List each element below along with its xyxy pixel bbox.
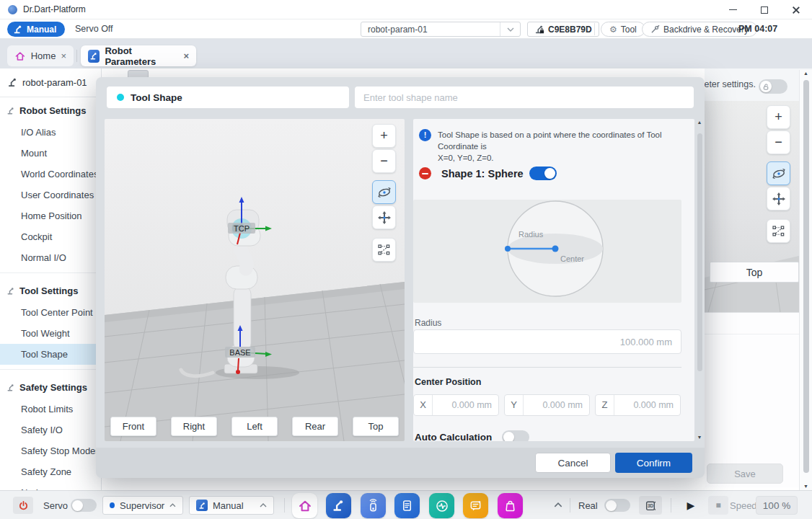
scroll-up-icon[interactable]: ▲ (697, 119, 702, 126)
stop-icon: ■ (715, 500, 720, 510)
radius-input[interactable] (413, 329, 681, 354)
sidebar-item-mount[interactable]: Mount (0, 143, 101, 164)
toggle-knob (503, 432, 514, 441)
sidebar-item-tool-weight[interactable]: Tool Weight (0, 323, 101, 344)
view-rear-button[interactable]: Rear (292, 417, 338, 436)
zoom-in-button[interactable]: + (767, 105, 790, 129)
sidebar-param-header[interactable]: robot-param-01 (0, 68, 101, 97)
close-button[interactable] (780, 0, 812, 19)
page-scrollbar[interactable]: ▲ ▼ (799, 70, 812, 490)
app-monitoring-icon[interactable] (429, 493, 454, 518)
speed-value[interactable]: 100 % (756, 496, 798, 515)
sidebar-item-safety-io[interactable]: Safety I/O (0, 420, 101, 440)
app-robot-parameters-icon[interactable] (326, 493, 351, 518)
real-toggle[interactable] (604, 499, 630, 512)
app-task-editor-icon[interactable] (394, 493, 420, 518)
tcp-label: TCP (234, 224, 250, 233)
scrollbar-thumb[interactable] (803, 80, 809, 473)
remove-shape-icon[interactable] (419, 167, 431, 179)
center-y-input[interactable] (524, 400, 589, 410)
view-right-button[interactable]: Right (171, 417, 217, 436)
app-home-icon[interactable] (292, 493, 317, 518)
section-safety-settings[interactable]: Safety Settings (0, 374, 101, 399)
sidebar-item-safety-zone[interactable]: Safety Zone (0, 461, 101, 482)
cancel-button[interactable]: Cancel (535, 453, 611, 473)
pan-button[interactable] (767, 187, 790, 210)
zoom-out-button[interactable]: − (767, 130, 790, 154)
robot-scene: BASE TCP (105, 119, 405, 441)
tab-robot-parameters[interactable]: Robot Parameters × (81, 45, 196, 66)
robot-3d-viewer[interactable]: BASE TCP + − (105, 119, 405, 441)
center-x-field[interactable]: X (413, 394, 499, 416)
section-robot-settings[interactable]: Robot Settings (0, 97, 101, 122)
role-select[interactable]: Supervisor (102, 496, 183, 515)
maximize-button[interactable] (749, 0, 780, 19)
tab-robot-parameters-close-icon[interactable]: × (183, 51, 189, 61)
tool-button-label: Tool (621, 25, 637, 35)
center-y-field[interactable]: Y (504, 394, 590, 416)
unlock-icon (760, 81, 772, 92)
sidebar-item-tool-center-point[interactable]: Tool Center Point (0, 302, 101, 323)
sidebar-item-cockpit[interactable]: Cockpit (0, 226, 101, 247)
stop-button[interactable]: ■ (708, 496, 728, 515)
param-file-value: robot-param-01 (361, 25, 500, 35)
param-file-select[interactable]: robot-param-01 (361, 22, 521, 37)
orbit-button[interactable] (372, 180, 396, 204)
sidebar-item-normal-io[interactable]: Normal I/O (0, 247, 101, 268)
section-tool-settings[interactable]: Tool Settings (0, 278, 101, 302)
sidebar-item-user-coordinates[interactable]: User Coordinates (0, 185, 101, 205)
measure-button[interactable] (767, 219, 790, 243)
tab-home[interactable]: Home × (7, 45, 74, 66)
panel-scrollbar[interactable]: ▲ ▼ (694, 119, 705, 441)
measure-button[interactable] (372, 238, 396, 262)
close-icon (792, 6, 800, 14)
sidebar-item-io-alias[interactable]: I/O Alias (0, 122, 101, 143)
view-front-button[interactable]: Front (110, 417, 156, 436)
mode-select[interactable]: Manual (189, 496, 274, 515)
app-jog-icon[interactable] (361, 493, 386, 518)
sidebar-item-robot-limits[interactable]: Robot Limits (0, 399, 101, 420)
pan-button[interactable] (372, 205, 396, 229)
shape-enabled-toggle[interactable] (529, 167, 557, 180)
scrollbar-track[interactable] (697, 126, 702, 434)
play-button[interactable]: ▶ (681, 496, 701, 515)
auto-calculation-toggle[interactable] (502, 430, 529, 441)
shape-header: Shape 1: Sphere (419, 167, 557, 180)
power-button[interactable] (13, 497, 33, 514)
device-id-badge[interactable]: C9E8B79D (527, 22, 599, 37)
center-z-input[interactable] (614, 400, 680, 410)
view-left-button[interactable]: Left (231, 417, 278, 436)
servo-toggle[interactable] (71, 499, 97, 512)
confirm-button[interactable]: Confirm (615, 453, 692, 473)
simulation-view-button[interactable]: 3D (639, 496, 662, 515)
app-store-icon[interactable] (498, 493, 523, 518)
view-top-button[interactable]: Top (353, 417, 399, 436)
center-x-input[interactable] (433, 400, 498, 410)
sidebar-item-world-coordinates[interactable]: World Coordinates (0, 164, 101, 185)
sidebar-item-tool-shape[interactable]: Tool Shape (0, 344, 101, 365)
center-z-field[interactable]: Z (595, 394, 681, 416)
scroll-down-icon[interactable]: ▼ (803, 483, 808, 490)
zoom-out-button[interactable]: − (372, 149, 396, 173)
save-button[interactable]: Save (707, 463, 783, 484)
sidebar-item-safety-stop-modes[interactable]: Safety Stop Modes (0, 440, 101, 461)
manual-mode-button[interactable]: Manual (7, 22, 65, 37)
scroll-up-icon[interactable]: ▲ (803, 70, 808, 77)
tool-shape-name-input[interactable] (355, 86, 694, 108)
scrollbar-thumb[interactable] (697, 133, 702, 371)
scrollbar-track[interactable] (803, 77, 809, 483)
zoom-in-button[interactable]: + (372, 124, 396, 148)
scroll-down-icon[interactable]: ▼ (697, 434, 702, 441)
tab-home-close-icon[interactable]: × (61, 51, 66, 61)
dock-expand-icon[interactable] (554, 500, 562, 509)
power-icon (18, 500, 29, 511)
sidebar-item-home-position[interactable]: Home Position (0, 205, 101, 226)
orbit-button[interactable] (767, 161, 790, 185)
background-top-view-button[interactable]: Top (710, 262, 799, 283)
app-message-icon[interactable] (463, 493, 488, 518)
lock-toggle[interactable] (759, 79, 787, 94)
minimize-button[interactable] (717, 0, 749, 19)
minimize-icon (729, 9, 737, 11)
tool-button[interactable]: Tool (601, 22, 645, 37)
gear-icon (609, 25, 617, 35)
